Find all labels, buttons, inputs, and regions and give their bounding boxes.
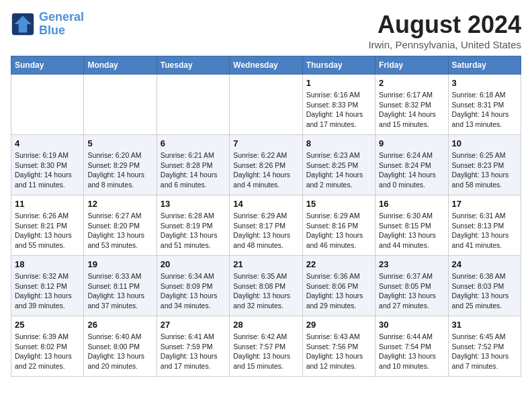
calendar-cell: 15Sunrise: 6:29 AM Sunset: 8:16 PM Dayli…	[302, 195, 375, 256]
calendar-cell	[230, 75, 302, 135]
day-info: Sunrise: 6:33 AM Sunset: 8:11 PM Dayligh…	[87, 271, 152, 311]
day-number: 15	[306, 199, 371, 209]
day-number: 9	[379, 138, 444, 148]
day-number: 31	[452, 320, 517, 330]
day-number: 28	[233, 320, 298, 330]
weekday-header: Tuesday	[157, 56, 229, 75]
calendar-cell: 27Sunrise: 6:41 AM Sunset: 7:59 PM Dayli…	[157, 316, 229, 377]
location-title: Irwin, Pennsylvania, United States	[368, 39, 521, 50]
day-info: Sunrise: 6:27 AM Sunset: 8:20 PM Dayligh…	[87, 211, 152, 250]
calendar-cell: 1Sunrise: 6:16 AM Sunset: 8:33 PM Daylig…	[302, 75, 375, 135]
day-number: 20	[161, 259, 226, 269]
day-number: 26	[87, 320, 152, 330]
calendar-cell: 4Sunrise: 6:19 AM Sunset: 8:30 PM Daylig…	[11, 135, 84, 195]
calendar-cell: 10Sunrise: 6:25 AM Sunset: 8:23 PM Dayli…	[448, 135, 521, 195]
day-number: 16	[379, 199, 444, 209]
day-number: 23	[379, 259, 444, 269]
weekday-header: Wednesday	[230, 56, 302, 75]
day-info: Sunrise: 6:28 AM Sunset: 8:19 PM Dayligh…	[161, 211, 226, 250]
calendar-week-row: 25Sunrise: 6:39 AM Sunset: 8:02 PM Dayli…	[11, 316, 521, 377]
calendar-cell: 5Sunrise: 6:20 AM Sunset: 8:29 PM Daylig…	[84, 135, 157, 195]
calendar-cell: 28Sunrise: 6:42 AM Sunset: 7:57 PM Dayli…	[230, 316, 302, 377]
day-number: 7	[233, 138, 298, 148]
weekday-header: Saturday	[448, 56, 521, 75]
logo-general: General	[39, 10, 84, 24]
day-info: Sunrise: 6:45 AM Sunset: 7:52 PM Dayligh…	[452, 332, 517, 371]
day-number: 18	[15, 259, 80, 269]
calendar-cell: 11Sunrise: 6:26 AM Sunset: 8:21 PM Dayli…	[11, 195, 84, 256]
calendar-cell	[84, 75, 157, 135]
day-info: Sunrise: 6:21 AM Sunset: 8:28 PM Dayligh…	[161, 150, 226, 190]
calendar-cell: 2Sunrise: 6:17 AM Sunset: 8:32 PM Daylig…	[375, 75, 448, 135]
day-info: Sunrise: 6:34 AM Sunset: 8:09 PM Dayligh…	[161, 271, 226, 311]
day-info: Sunrise: 6:41 AM Sunset: 7:59 PM Dayligh…	[161, 332, 226, 371]
day-info: Sunrise: 6:29 AM Sunset: 8:17 PM Dayligh…	[233, 211, 298, 250]
day-info: Sunrise: 6:35 AM Sunset: 8:08 PM Dayligh…	[233, 271, 298, 311]
day-number: 14	[233, 199, 298, 209]
day-info: Sunrise: 6:43 AM Sunset: 7:56 PM Dayligh…	[306, 332, 371, 371]
logo-blue: Blue	[39, 24, 65, 37]
calendar-cell: 6Sunrise: 6:21 AM Sunset: 8:28 PM Daylig…	[157, 135, 229, 195]
day-info: Sunrise: 6:29 AM Sunset: 8:16 PM Dayligh…	[306, 211, 371, 250]
day-info: Sunrise: 6:37 AM Sunset: 8:05 PM Dayligh…	[379, 271, 444, 311]
calendar-cell	[157, 75, 229, 135]
day-number: 25	[15, 320, 80, 330]
calendar-cell: 14Sunrise: 6:29 AM Sunset: 8:17 PM Dayli…	[230, 195, 302, 256]
calendar-week-row: 4Sunrise: 6:19 AM Sunset: 8:30 PM Daylig…	[11, 135, 521, 195]
day-number: 12	[87, 199, 152, 209]
day-info: Sunrise: 6:39 AM Sunset: 8:02 PM Dayligh…	[15, 332, 80, 371]
day-number: 17	[452, 199, 517, 209]
calendar-cell: 17Sunrise: 6:31 AM Sunset: 8:13 PM Dayli…	[448, 195, 521, 256]
calendar-cell: 7Sunrise: 6:22 AM Sunset: 8:26 PM Daylig…	[230, 135, 302, 195]
calendar-cell: 19Sunrise: 6:33 AM Sunset: 8:11 PM Dayli…	[84, 256, 157, 316]
day-info: Sunrise: 6:17 AM Sunset: 8:32 PM Dayligh…	[379, 90, 444, 130]
day-info: Sunrise: 6:38 AM Sunset: 8:03 PM Dayligh…	[452, 271, 517, 311]
day-number: 24	[452, 259, 517, 269]
day-number: 13	[161, 199, 226, 209]
header: General Blue August 2024 Irwin, Pennsylv…	[11, 11, 521, 50]
day-info: Sunrise: 6:36 AM Sunset: 8:06 PM Dayligh…	[306, 271, 371, 311]
day-number: 8	[306, 138, 371, 148]
day-info: Sunrise: 6:20 AM Sunset: 8:29 PM Dayligh…	[87, 150, 152, 190]
calendar-cell: 12Sunrise: 6:27 AM Sunset: 8:20 PM Dayli…	[84, 195, 157, 256]
calendar-cell: 18Sunrise: 6:32 AM Sunset: 8:12 PM Dayli…	[11, 256, 84, 316]
weekday-header: Friday	[375, 56, 448, 75]
day-info: Sunrise: 6:44 AM Sunset: 7:54 PM Dayligh…	[379, 332, 444, 371]
day-info: Sunrise: 6:25 AM Sunset: 8:23 PM Dayligh…	[452, 150, 517, 190]
weekday-header-row: SundayMondayTuesdayWednesdayThursdayFrid…	[11, 56, 521, 75]
day-number: 21	[233, 259, 298, 269]
day-info: Sunrise: 6:30 AM Sunset: 8:15 PM Dayligh…	[379, 211, 444, 250]
calendar-cell: 16Sunrise: 6:30 AM Sunset: 8:15 PM Dayli…	[375, 195, 448, 256]
weekday-header: Thursday	[302, 56, 375, 75]
day-info: Sunrise: 6:24 AM Sunset: 8:24 PM Dayligh…	[379, 150, 444, 190]
calendar-week-row: 18Sunrise: 6:32 AM Sunset: 8:12 PM Dayli…	[11, 256, 521, 316]
day-info: Sunrise: 6:23 AM Sunset: 8:25 PM Dayligh…	[306, 150, 371, 190]
day-number: 2	[379, 78, 444, 88]
logo-text: General Blue	[39, 11, 84, 38]
calendar-cell: 26Sunrise: 6:40 AM Sunset: 8:00 PM Dayli…	[84, 316, 157, 377]
day-info: Sunrise: 6:19 AM Sunset: 8:30 PM Dayligh…	[15, 150, 80, 190]
logo-icon	[11, 12, 35, 36]
day-number: 4	[15, 138, 80, 148]
day-info: Sunrise: 6:26 AM Sunset: 8:21 PM Dayligh…	[15, 211, 80, 250]
day-number: 3	[452, 78, 517, 88]
calendar-cell: 13Sunrise: 6:28 AM Sunset: 8:19 PM Dayli…	[157, 195, 229, 256]
day-info: Sunrise: 6:16 AM Sunset: 8:33 PM Dayligh…	[306, 90, 371, 130]
calendar-cell: 21Sunrise: 6:35 AM Sunset: 8:08 PM Dayli…	[230, 256, 302, 316]
weekday-header: Monday	[84, 56, 157, 75]
day-info: Sunrise: 6:42 AM Sunset: 7:57 PM Dayligh…	[233, 332, 298, 371]
logo: General Blue	[11, 11, 84, 38]
calendar-cell: 23Sunrise: 6:37 AM Sunset: 8:05 PM Dayli…	[375, 256, 448, 316]
calendar-cell	[11, 75, 84, 135]
calendar-cell: 25Sunrise: 6:39 AM Sunset: 8:02 PM Dayli…	[11, 316, 84, 377]
day-number: 29	[306, 320, 371, 330]
day-number: 11	[15, 199, 80, 209]
day-number: 27	[161, 320, 226, 330]
calendar-cell: 3Sunrise: 6:18 AM Sunset: 8:31 PM Daylig…	[448, 75, 521, 135]
calendar-cell: 24Sunrise: 6:38 AM Sunset: 8:03 PM Dayli…	[448, 256, 521, 316]
day-number: 5	[87, 138, 152, 148]
weekday-header: Sunday	[11, 56, 84, 75]
day-info: Sunrise: 6:32 AM Sunset: 8:12 PM Dayligh…	[15, 271, 80, 311]
calendar-cell: 20Sunrise: 6:34 AM Sunset: 8:09 PM Dayli…	[157, 256, 229, 316]
calendar-week-row: 1Sunrise: 6:16 AM Sunset: 8:33 PM Daylig…	[11, 75, 521, 135]
